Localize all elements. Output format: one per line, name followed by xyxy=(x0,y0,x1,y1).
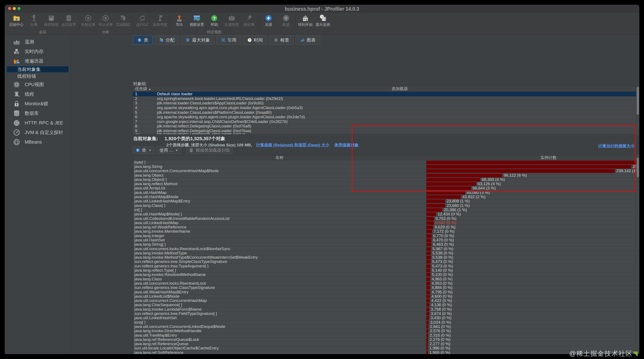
table-row[interactable]: sun.reflect.generics.tree.SimpleClassTyp… xyxy=(133,260,639,264)
sidebar-item-mbeans[interactable]: MBeans xyxy=(5,137,70,147)
table-row[interactable]: 3jdk.internal.loader.ClassLoaders$AppCla… xyxy=(133,101,639,106)
calculate-estimated-retained-link[interactable]: 计算估计的保留大小 xyxy=(598,144,635,148)
table-row[interactable]: java.util.concurrent.locks.ReentrantLock… xyxy=(133,281,639,285)
toolbar-button-launch-center[interactable]: 启动中心 xyxy=(8,14,25,30)
table-row[interactable]: 9jdk.internal.reflect.DelegatingClassLoa… xyxy=(133,129,639,133)
group-by-classloader-button[interactable]: 根据类加载器分组 xyxy=(186,147,232,154)
table-row[interactable]: 1Default class loader1,525,357109 MB xyxy=(133,92,639,97)
tab-time[interactable]: 时间 xyxy=(243,35,267,45)
classloader-cell: jdk.internal.loader.ClassLoaders$AppClas… xyxy=(155,101,639,106)
table-row[interactable]: java.lang.reflect.Method63,126 (4 %)5,55… xyxy=(133,182,639,186)
toolbar-button-export[interactable]: 导出 xyxy=(170,14,188,30)
scrollbar-thumb[interactable] xyxy=(637,87,639,115)
calculate-retained-link[interactable]: 计算保留 (Retained) 和深层 (Deep) 大小 xyxy=(256,143,330,147)
sort-asc-icon: ▲ xyxy=(148,87,151,91)
column-header-classloader[interactable]: 类加载器 xyxy=(155,86,639,92)
class-table-scrollbar[interactable] xyxy=(636,155,639,354)
object-groups-scrollbar[interactable] xyxy=(636,86,639,135)
table-row[interactable]: java.util.Collections$UnmodifiableRandom… xyxy=(133,216,639,221)
table-row[interactable]: java.lang.String[ ]6,463 (0 %)268 kB xyxy=(133,242,639,247)
table-row[interactable]: java.lang.ref.ReferenceQueue$Lock2,279 (… xyxy=(133,337,639,342)
table-row[interactable]: 2org.springframework.boot.loader.Launche… xyxy=(133,97,639,101)
table-row[interactable]: int[ ]20,386 (1 %)3,056 kB xyxy=(133,208,639,212)
table-row[interactable]: 8jdk.internal.reflect.DelegatingClassLoa… xyxy=(133,124,639,129)
toolbar-button-show-selection[interactable]: 显示选择 xyxy=(314,14,332,30)
table-row[interactable]: java.lang.ref.WeakReference8,629 (0 %)27… xyxy=(133,225,639,229)
toolbar-button-go-start[interactable]: 转到开始 xyxy=(297,14,314,30)
table-row[interactable]: java.lang.invoke.LambdaForm$Name3,768 (0… xyxy=(133,307,639,311)
toolbar-button-back[interactable]: 后退 xyxy=(260,14,277,30)
table-row[interactable]: java.util.LinkedHashMap9,587 (0 %)536 kB xyxy=(133,221,639,225)
tab-references[interactable]: 引用 xyxy=(216,35,241,45)
sidebar-item-cpu-views[interactable]: CPU视图 xyxy=(5,80,70,89)
table-row[interactable]: java.util.concurrent.ConcurrentLinkedDeq… xyxy=(133,324,639,329)
column-header-priority[interactable]: 优先级▲ xyxy=(133,86,155,92)
column-header-name[interactable]: 名称 xyxy=(133,155,426,160)
table-row[interactable]: java.lang.ref.SoftReference1,955 (0 %)78… xyxy=(133,350,639,354)
table-row[interactable]: java.util.HashMap$Node[ ]12,434 (0 %)1,1… xyxy=(133,212,639,216)
table-row[interactable]: java.util.TreeMap$Entry2,315 (0 %)92,600… xyxy=(133,333,639,337)
table-row[interactable]: java.lang.String259,817 (17 %)6,235 kB xyxy=(133,164,639,169)
toolbar-button-view-settings[interactable]: 视图设置 xyxy=(188,14,206,30)
table-row[interactable]: java.lang.invoke.MethodType5,538 (0 %)22… xyxy=(133,251,639,255)
biggest-objects-icon xyxy=(186,38,190,42)
table-row[interactable]: java.util.concurrent.ConcurrentHashMap4,… xyxy=(133,299,639,303)
sidebar-item-threads[interactable]: 线程 xyxy=(5,89,70,99)
table-row[interactable]: java.util.concurrent.locks.ReentrantLock… xyxy=(133,247,639,251)
table-row[interactable]: java.lang.invoke.MethodType$ConcurrentWe… xyxy=(133,255,639,260)
sidebar-item-heap-walker[interactable]: 堆遍历器 xyxy=(5,56,70,66)
table-row[interactable]: java.util.ArrayList56,644 (3 %)1,359 kB xyxy=(133,186,639,190)
table-row[interactable]: java.lang.Class[ ]23,660 (1 %)579 kB xyxy=(133,203,639,208)
table-row[interactable]: long[ ]3,024 (0 %)461 kB xyxy=(133,320,639,324)
instance-count-cell: 2,661 (0 %) xyxy=(426,324,639,328)
table-row[interactable]: java.util.LinkedHashMap$Entry23,808 (1 %… xyxy=(133,199,639,203)
sidebar-item-databases[interactable]: 数据库 xyxy=(5,108,70,118)
table-row[interactable]: sun.reflect.generics.tree.ClassTypeSigna… xyxy=(133,286,639,290)
table-row[interactable]: sun.reflect.generics.tree.TypeArgument[ … xyxy=(133,264,639,268)
use-retained-objects-link[interactable]: 使用保留对象 xyxy=(334,143,359,147)
sidebar-item-monitors-locks[interactable]: Monitor&锁 xyxy=(5,99,70,108)
scrollbar-thumb[interactable] xyxy=(637,158,639,177)
tab-allocations[interactable]: 分配 xyxy=(154,35,179,45)
script-icon xyxy=(189,148,194,153)
toolbar-button-help[interactable]: ?帮助 xyxy=(206,14,223,30)
table-row[interactable]: java.util.HashMap$Node43,822 (2 %)1,402 … xyxy=(133,195,639,199)
class-mode-dropdown[interactable]: C 类 ▼ xyxy=(133,147,154,154)
tab-inspections[interactable]: 检查 xyxy=(269,35,294,45)
tab-biggest-objects[interactable]: 最大对象 xyxy=(181,35,214,45)
table-row[interactable]: sun.reflect.generics.tree.FieldTypeSigna… xyxy=(133,311,639,316)
use-dropdown[interactable]: 使用 ... ▼ xyxy=(157,147,181,154)
table-row[interactable]: java.util.LinkedList$Node4,600 (0 %)110 … xyxy=(133,294,639,298)
table-row[interactable]: java.lang.CharSequence[ ]4,136 (0 %)122 … xyxy=(133,303,639,307)
table-row[interactable]: java.util.HashMap49,080 (3 %)2,355 kB xyxy=(133,190,639,195)
table-row[interactable]: java.util.WeakHashMap$Entry4,795 (0 %)19… xyxy=(133,290,639,294)
table-row[interactable]: java.lang.reflect.Type[ ]5,140 (0 %)120 … xyxy=(133,268,639,272)
sidebar-item-live-memory[interactable]: 实时内存 xyxy=(5,47,70,56)
sidebar-subitem[interactable]: 线程转储 xyxy=(6,73,69,80)
tab-classes[interactable]: C类 xyxy=(133,35,153,45)
table-row[interactable]: 6org.apache.skywalking.apm.agent.core.pl… xyxy=(133,115,639,120)
table-row[interactable]: 5jdk.internal.loader.ClassLoaders$Platfo… xyxy=(133,110,639,115)
column-header-instance-count[interactable]: 实例计数▼ xyxy=(426,155,639,160)
table-row[interactable]: java.lang.Class4,963 (0 %)1,588 kB xyxy=(133,277,639,281)
table-row[interactable]: 4org.apache.skywalking.apm.agent.core.pl… xyxy=(133,106,639,110)
table-row[interactable]: 7com.google.inject.internal.aop.ChildCla… xyxy=(133,120,639,124)
table-row[interactable]: java.util.LinkedHashSet3,430 (0 %)54,880… xyxy=(133,316,639,320)
sidebar-item-jvm-probes[interactable]: JVM & 自定义探针 xyxy=(5,128,70,137)
sidebar-subitem[interactable]: 当前对象集 xyxy=(6,66,69,73)
table-row[interactable]: java.util.concurrent.ConcurrentHashMap$N… xyxy=(133,169,639,173)
table-row[interactable]: byte[ ]275,481 (18 %)53,107 kB xyxy=(133,160,639,164)
table-row[interactable]: java.util.HashSet6,470 (0 %)103 kB xyxy=(133,238,639,242)
table-row[interactable]: java.lang.Integer6,770 (0 %)108 kB xyxy=(133,234,639,238)
table-row[interactable]: java.lang.invoke.DirectMethodHandle2,576… xyxy=(133,329,639,333)
tab-graph[interactable]: 图表 xyxy=(296,35,320,45)
table-row[interactable]: java.lang.invoke.MemberName7,172 (0 %)28… xyxy=(133,229,639,234)
table-row[interactable]: java.lang.Object96,122 (6 %)1,537 kB xyxy=(133,173,639,177)
table-row[interactable]: java.lang.ref.ReferenceQueue2,277 (0 %)7… xyxy=(133,342,639,346)
table-row-partial[interactable]: 10jdk.internal.reflect.DelegatingClassLo… xyxy=(133,133,639,134)
table-row[interactable]: sun.util.locale.LocaleObjectCache$CacheE… xyxy=(133,346,639,350)
table-row[interactable]: java.lang.Object[ ]68,393 (4 %)10,451 kB xyxy=(133,177,639,182)
sidebar-item-http-rpc-jee[interactable]: HTTP, RPC & JEE xyxy=(5,118,70,128)
table-row[interactable]: java.lang.invoke.ResolvedMethodName5,100… xyxy=(133,273,639,277)
sidebar-item-telemetry[interactable]: 遥测 xyxy=(5,37,70,47)
